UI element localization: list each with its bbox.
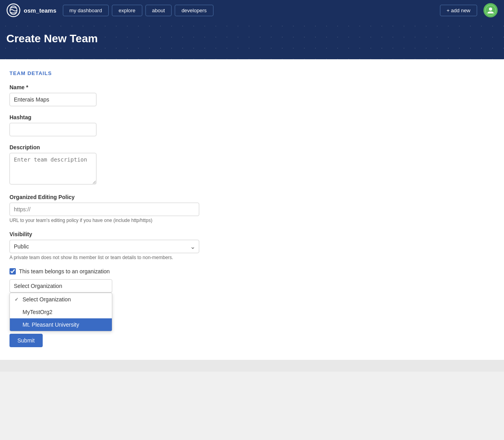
logo[interactable]: osm_teams [6, 3, 57, 17]
name-label: Name * [9, 84, 495, 90]
hashtag-label: Hashtag [9, 114, 495, 120]
hero-banner: Create New Team [0, 21, 504, 59]
logo-text: osm_teams [24, 7, 57, 14]
org-checkbox[interactable] [9, 268, 16, 275]
org-checkbox-row: This team belongs to an organization [9, 268, 495, 275]
visibility-group: Visibility Public Private ⌄ A private te… [9, 231, 495, 260]
add-new-label: + add new [447, 8, 470, 13]
description-group: Description [9, 144, 495, 186]
org-group: This team belongs to an organization ✓ S… [9, 268, 495, 293]
editing-policy-input[interactable] [9, 203, 199, 216]
org-option-label-0: Select Organization [23, 296, 71, 303]
visibility-select[interactable]: Public Private [9, 240, 199, 253]
submit-button[interactable]: Submit [9, 334, 43, 347]
org-select-input[interactable] [9, 279, 112, 293]
name-input[interactable] [9, 93, 96, 106]
nav-my-dashboard[interactable]: my dashboard [63, 5, 109, 16]
nav-developers[interactable]: developers [175, 5, 213, 16]
name-group: Name * [9, 84, 495, 106]
hashtag-input[interactable] [9, 123, 96, 136]
visibility-select-wrapper: Public Private ⌄ [9, 240, 199, 253]
main-content: TEAM DETAILS Name * Hashtag Description … [0, 59, 504, 360]
description-label: Description [9, 144, 495, 150]
avatar[interactable] [483, 3, 498, 17]
editing-policy-label: Organized Editing Policy [9, 194, 495, 200]
page-title: Create New Team [6, 32, 498, 45]
section-title: TEAM DETAILS [9, 70, 495, 76]
svg-point-2 [489, 8, 492, 11]
visibility-label: Visibility [9, 231, 495, 237]
visibility-hint: A private team does not show its member … [9, 255, 495, 260]
org-option-select[interactable]: ✓ Select Organization [10, 293, 112, 306]
org-option-mytestorg2[interactable]: MyTestOrg2 [10, 306, 112, 318]
check-icon: ✓ [15, 297, 20, 302]
add-new-button[interactable]: + add new [440, 5, 477, 16]
footer [0, 360, 504, 372]
nav-about[interactable]: about [145, 5, 172, 16]
nav-explore[interactable]: explore [112, 5, 142, 16]
editing-policy-group: Organized Editing Policy URL to your tea… [9, 194, 495, 223]
submit-label: Submit [17, 337, 35, 344]
org-option-label-2: Mt. Pleasant University [23, 322, 79, 328]
navbar: osm_teams my dashboard explore about dev… [0, 0, 504, 21]
org-option-label-1: MyTestOrg2 [23, 309, 52, 315]
editing-policy-hint: URL to your team's editing policy if you… [9, 218, 495, 223]
org-option-mt-pleasant[interactable]: Mt. Pleasant University [10, 318, 112, 331]
hashtag-group: Hashtag [9, 114, 495, 136]
org-dropdown-menu: ✓ Select Organization MyTestOrg2 Mt. Ple… [9, 293, 112, 331]
org-checkbox-label: This team belongs to an organization [19, 268, 110, 275]
description-textarea[interactable] [9, 153, 96, 184]
org-dropdown-container: ✓ Select Organization MyTestOrg2 Mt. Ple… [9, 279, 112, 293]
